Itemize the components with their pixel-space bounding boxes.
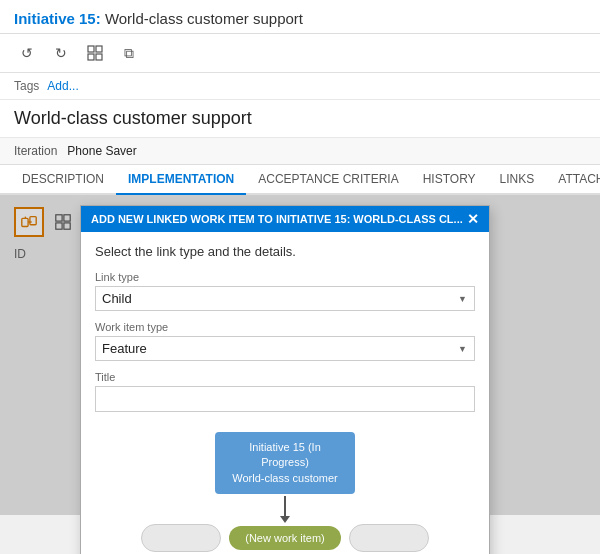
link-type-select-wrapper: Child Parent Related Duplicate — [95, 286, 475, 311]
svg-rect-2 — [88, 54, 94, 60]
iteration-key: Iteration — [14, 144, 57, 158]
title-field: World-class customer support — [0, 100, 600, 138]
modal-dialog: ADD NEW LINKED WORK ITEM TO INITIATIVE 1… — [80, 205, 490, 554]
page-title: Initiative 15: World-class customer supp… — [14, 10, 303, 27]
initiative-id-label: Initiative 15: — [14, 10, 101, 27]
tags-label: Tags — [14, 79, 39, 93]
tab-attachments[interactable]: ATTACH... — [546, 165, 600, 195]
link-type-select[interactable]: Child Parent Related Duplicate — [95, 286, 475, 311]
work-item-type-label: Work item type — [95, 321, 475, 333]
copy-button[interactable]: ⧉ — [116, 40, 142, 66]
diagram-top-line1: Initiative 15 (In Progress) — [249, 441, 321, 468]
page-header: Initiative 15: World-class customer supp… — [0, 0, 600, 34]
diagram-arrow — [280, 494, 290, 524]
content-area: ID ADD NEW LINKED WORK ITEM TO INITIATIV… — [0, 195, 600, 515]
tab-links[interactable]: LINKS — [488, 165, 547, 195]
tabs-bar: DESCRIPTION IMPLEMENTATION ACCEPTANCE CR… — [0, 165, 600, 195]
refresh-button[interactable]: ↺ — [14, 40, 40, 66]
work-item-type-select[interactable]: Feature User Story Bug Task — [95, 336, 475, 361]
diagram-empty-node-right — [349, 524, 429, 552]
diagram-top-node: Initiative 15 (In Progress) World-class … — [215, 432, 355, 494]
title-field-group: Title — [95, 371, 475, 412]
link-type-group: Link type Child Parent Related Duplicate — [95, 271, 475, 311]
tab-acceptance[interactable]: ACCEPTANCE CRITERIA — [246, 165, 410, 195]
work-item-type-select-wrapper: Feature User Story Bug Task — [95, 336, 475, 361]
svg-rect-0 — [88, 46, 94, 52]
arrow-head — [280, 516, 290, 523]
initiative-title: World-class customer support — [105, 10, 303, 27]
modal-close-button[interactable]: ✕ — [467, 212, 479, 226]
toolbar: ↺ ↻ ⧉ — [0, 34, 600, 73]
work-item-title: World-class customer support — [14, 108, 586, 129]
iteration-value: Phone Saver — [67, 144, 136, 158]
tags-row: Tags Add... — [0, 73, 600, 100]
svg-rect-1 — [96, 46, 102, 52]
undo-button[interactable]: ↻ — [48, 40, 74, 66]
tab-description[interactable]: DESCRIPTION — [10, 165, 116, 195]
title-input[interactable] — [95, 386, 475, 412]
svg-rect-3 — [96, 54, 102, 60]
tags-add-link[interactable]: Add... — [47, 79, 78, 93]
diagram-bottom-row: (New work item) — [141, 524, 428, 552]
work-item-type-group: Work item type Feature User Story Bug Ta… — [95, 321, 475, 361]
arrow-line — [284, 496, 286, 516]
grid-button[interactable] — [82, 40, 108, 66]
modal-title: ADD NEW LINKED WORK ITEM TO INITIATIVE 1… — [91, 213, 467, 225]
modal-subtitle: Select the link type and the details. — [95, 244, 475, 259]
diagram-new-node: (New work item) — [229, 526, 340, 550]
tab-implementation[interactable]: IMPLEMENTATION — [116, 165, 246, 195]
tab-history[interactable]: HISTORY — [411, 165, 488, 195]
iteration-row: Iteration Phone Saver — [0, 138, 600, 165]
modal-header: ADD NEW LINKED WORK ITEM TO INITIATIVE 1… — [81, 206, 489, 232]
title-input-label: Title — [95, 371, 475, 383]
diagram-top-line2: World-class customer — [232, 472, 338, 484]
link-type-label: Link type — [95, 271, 475, 283]
diagram-empty-node-left — [141, 524, 221, 552]
diagram-area: Initiative 15 (In Progress) World-class … — [95, 422, 475, 554]
modal-body: Select the link type and the details. Li… — [81, 232, 489, 554]
